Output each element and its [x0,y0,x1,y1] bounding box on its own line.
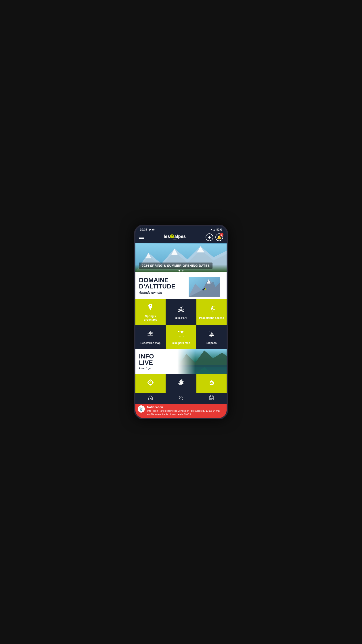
svg-point-47 [180,397,181,398]
hero-banner: 2024 SPRING & SUMMER OPENING DATES [135,243,227,272]
bike-park-icon [177,305,185,314]
hamburger-menu[interactable] [139,236,144,239]
svg-rect-52 [210,398,211,399]
info-live-banner: INFO LIVE Live Info [135,349,227,374]
medical-icon: ✚ [208,235,211,240]
main-content: 2024 SPRING & SUMMER OPENING DATES DOMAI… [135,243,227,393]
svg-rect-54 [212,398,213,399]
dot-1[interactable] [179,270,180,272]
status-bar: 10:37 ⊛ ◎ ▾ ▲ 82% [135,226,227,232]
notification-title: Notification [147,406,224,409]
svg-rect-29 [210,336,211,337]
tile-gondola[interactable] [196,374,227,393]
battery-display: 82% [216,228,222,231]
svg-point-16 [182,310,183,310]
nav-tab-home[interactable] [148,395,153,402]
alert-icon: 📡 [139,407,143,411]
svg-point-24 [182,332,182,333]
bike-park-map-icon [177,330,185,339]
svg-point-39 [180,382,183,384]
svg-point-15 [179,310,179,310]
tile-springs-brochures[interactable]: Spring'sBrochures [135,299,166,325]
svg-point-36 [150,382,151,383]
hero-text-overlay: 2024 SPRING & SUMMER OPENING DATES [139,262,213,269]
nav-tab-search[interactable] [178,395,184,402]
top-nav: les 2 alpes 3600 ✚ 🔔 1 [135,232,227,243]
home-icon [148,395,153,402]
info-live-title: INFO LIVE [139,353,223,366]
nav-tab-calendar[interactable] [209,395,214,402]
notification-bar: 📡 Notification Info Flash : la télécabin… [135,404,227,418]
pedestrian-map-icon [147,330,154,339]
gondola-icon [208,378,216,388]
svg-rect-55 [210,399,211,400]
hero-title: 2024 SPRING & SUMMER OPENING DATES [142,264,210,268]
domaine-line1: DOMAINE D'ALTITUDE [139,277,223,290]
logo-alpes: alpes [174,234,186,239]
nav-icons: ✚ 🔔 1 [206,234,223,241]
tile-bike-park[interactable]: Bike Park [166,299,196,325]
tile-bike-park-map[interactable]: Bike park map [166,325,196,349]
info-live-subtitle: Live Info [139,366,223,370]
domaine-banner: DOMAINE D'ALTITUDE Altitude domain [135,272,227,299]
skipass-label: Skipass [206,342,217,345]
notification-body: Info Flash : la télécabine de Venosc en … [147,409,224,416]
dot-2[interactable] [182,270,183,272]
info-live-text: INFO LIVE Live Info [135,350,227,373]
notification-badge: 1 [220,233,223,236]
notification-icon-circle: 📡 [138,406,145,412]
svg-line-46 [182,399,183,400]
logo-num: 2 [170,234,174,238]
search-nav-icon [178,395,184,402]
springs-brochures-label: Spring'sBrochures [144,314,157,322]
phone-shell: 10:37 ⊛ ◎ ▾ ▲ 82% les 2 alpes 3600 ✚ [134,225,228,419]
tile-pedestrians-access[interactable]: Pedestrians access [196,299,227,325]
webcam-icon [146,378,154,388]
medical-button[interactable]: ✚ [206,234,213,241]
media-icon: ⊛ [149,228,151,231]
svg-rect-53 [211,398,212,399]
pedestrians-access-label: Pedestrians access [199,316,224,320]
logo-les: les [164,234,170,239]
bottom-icons-row [135,374,227,393]
weather-icon [177,378,185,388]
circle-icon: ◎ [152,228,154,231]
domaine-text: DOMAINE D'ALTITUDE Altitude domain [135,274,227,297]
svg-rect-18 [213,307,215,310]
tile-pedestrian-map[interactable]: Pedestrian map [135,325,166,349]
springs-brochures-icon [147,303,154,312]
notification-button[interactable]: 🔔 1 [215,234,223,241]
time-display: 10:37 [140,228,147,231]
svg-rect-43 [210,382,211,383]
status-right: ▾ ▲ 82% [211,228,222,231]
app-logo: les 2 alpes 3600 [164,234,186,241]
tile-weather[interactable] [166,374,196,393]
svg-rect-56 [211,399,212,400]
grid-row-1: Spring'sBrochures Bike Park [135,299,227,325]
skipass-icon [208,330,215,339]
status-left: 10:37 ⊛ ◎ [140,228,154,231]
svg-rect-22 [150,334,151,335]
domaine-subtitle: Altitude domain [139,290,223,294]
tile-webcam[interactable] [135,374,166,393]
bike-park-label: Bike Park [175,316,187,320]
wifi-icon: ▾ [211,228,212,231]
notification-content: Notification Info Flash : la télécabine … [147,406,224,416]
carousel-dots [179,270,183,272]
bottom-nav [135,393,227,404]
calendar-icon [209,395,214,402]
tile-skipass[interactable]: Skipass [196,325,227,349]
pedestrian-map-label: Pedestrian map [141,342,160,345]
grid-row-2: Pedestrian map Bike park map [135,325,227,349]
bike-park-map-label: Bike park map [172,342,190,345]
pedestrians-access-icon [208,305,215,314]
signal-bars: ▲ [213,228,215,231]
